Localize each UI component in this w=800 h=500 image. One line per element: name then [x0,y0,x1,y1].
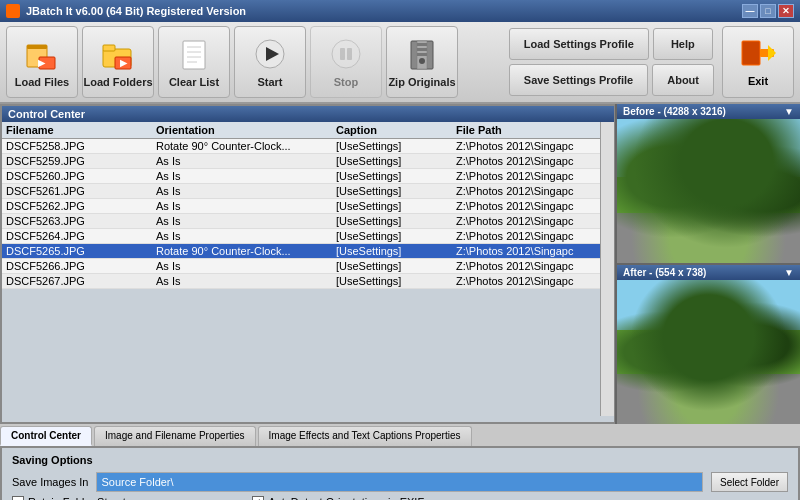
svg-rect-8 [183,41,205,69]
tab-image-effects[interactable]: Image Effects and Text Captions Properti… [258,426,472,446]
zip-originals-button[interactable]: Zip Originals [386,26,458,98]
help-button[interactable]: Help [653,28,713,60]
cell-caption: [UseSettings] [336,260,456,272]
load-settings-profile-button[interactable]: Load Settings Profile [509,28,649,60]
table-row[interactable]: DSCF5260.JPG As Is [UseSettings] Z:\Phot… [2,169,600,184]
checkbox-group-left: Retain Folder Structure Enable Change Pr… [12,496,232,500]
cell-caption: [UseSettings] [336,245,456,257]
svg-rect-16 [340,48,345,60]
toolbar-main-buttons: ▶ Load Files ▶ Load Folders [6,26,458,98]
table-row[interactable]: DSCF5261.JPG As Is [UseSettings] Z:\Phot… [2,184,600,199]
after-label: After - (554 x 738) [623,267,706,278]
about-button[interactable]: About [652,64,714,96]
start-button[interactable]: Start [234,26,306,98]
title-text: JBatch It v6.00 (64 Bit) Registered Vers… [26,5,246,17]
autodetect-checkbox[interactable] [252,496,264,500]
save-in-row: Save Images In Select Folder [12,472,788,492]
cell-orientation: As Is [156,230,336,242]
cell-orientation: As Is [156,155,336,167]
table-scrollbar[interactable] [600,122,614,416]
cell-filename: DSCF5259.JPG [6,155,156,167]
autodetect-label: AutoDetect Orientation via EXIF [268,496,424,500]
svg-text:▶: ▶ [120,58,128,68]
side-buttons-top: Load Settings Profile Help [509,28,714,60]
clear-list-label: Clear List [169,76,219,88]
cell-caption: [UseSettings] [336,140,456,152]
cell-orientation: Rotate 90° Counter-Clock... [156,245,336,257]
cell-filename: DSCF5266.JPG [6,260,156,272]
tabs-bar: Control Center Image and Filename Proper… [0,424,800,448]
load-folders-label: Load Folders [83,76,152,88]
cell-filename: DSCF5267.JPG [6,275,156,287]
after-preview-header: After - (554 x 738) ▼ [617,265,800,280]
cell-filepath: Z:\Photos 2012\Singapc [456,140,596,152]
tab-image-filename[interactable]: Image and Filename Properties [94,426,256,446]
cell-orientation: As Is [156,185,336,197]
before-dropdown-icon[interactable]: ▼ [784,106,794,117]
load-folders-button[interactable]: ▶ Load Folders [82,26,154,98]
save-in-input[interactable] [96,472,703,492]
stop-label: Stop [334,76,358,88]
table-row[interactable]: DSCF5259.JPG As Is [UseSettings] Z:\Phot… [2,154,600,169]
load-files-icon: ▶ [24,36,60,72]
before-preview-header: Before - (4288 x 3216) ▼ [617,104,800,119]
svg-rect-1 [27,45,47,49]
svg-text:▶: ▶ [38,58,46,68]
retain-folder-checkbox[interactable] [12,496,24,500]
load-folders-icon: ▶ [100,36,136,72]
table-row[interactable]: DSCF5262.JPG As Is [UseSettings] Z:\Phot… [2,199,600,214]
save-settings-profile-button[interactable]: Save Settings Profile [509,64,648,96]
cell-filepath: Z:\Photos 2012\Singapc [456,215,596,227]
cell-orientation: As Is [156,170,336,182]
select-folder-button[interactable]: Select Folder [711,472,788,492]
load-files-button[interactable]: ▶ Load Files [6,26,78,98]
tab-image-filename-label: Image and Filename Properties [105,430,245,441]
control-center-title: Control Center [8,108,85,120]
control-center-panel: Control Center Filename Orientation Capt… [0,104,615,424]
exit-icon [740,37,776,71]
maximize-button[interactable]: □ [760,4,776,18]
exit-button[interactable]: Exit [722,26,794,98]
minimize-button[interactable]: — [742,4,758,18]
clear-list-icon [176,36,212,72]
tab-control-center[interactable]: Control Center [0,426,92,446]
load-files-label: Load Files [15,76,69,88]
cell-filename: DSCF5262.JPG [6,200,156,212]
checkbox-retain-folder: Retain Folder Structure [12,496,232,500]
table-header: Filename Orientation Caption File Path [2,122,600,139]
start-icon [252,36,288,72]
table-row[interactable]: DSCF5258.JPG Rotate 90° Counter-Clock...… [2,139,600,154]
cell-filepath: Z:\Photos 2012\Singapc [456,185,596,197]
table-row[interactable]: DSCF5266.JPG As Is [UseSettings] Z:\Phot… [2,259,600,274]
table-row[interactable]: DSCF5265.JPG Rotate 90° Counter-Clock...… [2,244,600,259]
before-label: Before - (4288 x 3216) [623,106,726,117]
side-buttons-bottom: Save Settings Profile About [509,64,714,96]
stop-button[interactable]: Stop [310,26,382,98]
close-button[interactable]: ✕ [778,4,794,18]
clear-list-button[interactable]: Clear List [158,26,230,98]
svg-rect-22 [417,53,427,56]
table-row[interactable]: DSCF5267.JPG As Is [UseSettings] Z:\Phot… [2,274,600,289]
svg-marker-26 [768,45,776,61]
table-row[interactable]: DSCF5263.JPG As Is [UseSettings] Z:\Phot… [2,214,600,229]
saving-options-panel: Saving Options Save Images In Select Fol… [0,448,800,500]
window-controls: — □ ✕ [742,4,794,18]
table-row[interactable]: DSCF5264.JPG As Is [UseSettings] Z:\Phot… [2,229,600,244]
cell-caption: [UseSettings] [336,275,456,287]
cell-filepath: Z:\Photos 2012\Singapc [456,275,596,287]
after-dropdown-icon[interactable]: ▼ [784,267,794,278]
cell-filepath: Z:\Photos 2012\Singapc [456,245,596,257]
cell-orientation: As Is [156,275,336,287]
main-area: Control Center Filename Orientation Capt… [0,104,800,424]
zip-originals-label: Zip Originals [388,76,455,88]
save-settings-profile-label: Save Settings Profile [524,74,633,86]
exit-label: Exit [748,75,768,87]
before-preview-image [617,119,800,263]
select-folder-label: Select Folder [720,477,779,488]
table-rows: DSCF5258.JPG Rotate 90° Counter-Clock...… [2,139,600,289]
control-center-table-wrap: Filename Orientation Caption File Path D… [2,122,614,416]
tab-image-effects-label: Image Effects and Text Captions Properti… [269,430,461,441]
saving-options-title: Saving Options [12,454,788,466]
cell-filepath: Z:\Photos 2012\Singapc [456,230,596,242]
svg-rect-17 [347,48,352,60]
